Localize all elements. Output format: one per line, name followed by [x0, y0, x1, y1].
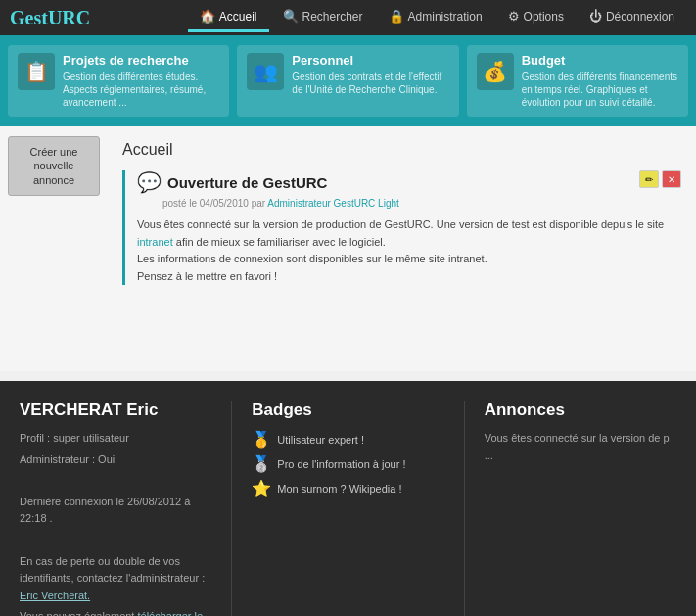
footer-manual-msg: Vous pouvez également télécharger le man…: [20, 608, 211, 616]
panel-icon-budget: 💰: [477, 53, 514, 90]
panel-desc-personnel: Gestion des contrats et de l'effectif de…: [292, 71, 448, 96]
footer-badges-title: Badges: [252, 401, 443, 420]
footer-lost-msg: En cas de perte ou double de vos identif…: [20, 553, 211, 605]
nav-item-administration[interactable]: 🔒Administration: [377, 3, 494, 32]
footer-last-login: Dernière connexion le 26/08/2012 à 22:18…: [20, 494, 211, 528]
badge-medal-1: 🥈: [252, 454, 271, 473]
admin-link[interactable]: Administrateur GestURC Light: [267, 198, 399, 209]
options-icon: ⚙: [508, 9, 520, 24]
footer-user-col: VERCHERAT Eric Profil : super utilisateu…: [20, 401, 211, 616]
panel-projets[interactable]: 📋 Projets de recherche Gestion des diffé…: [8, 45, 229, 117]
badge-label-2: Mon surnom ? Wikipedia !: [277, 483, 401, 495]
panel-content-projets: Projets de recherche Gestion des différe…: [63, 53, 219, 109]
panel-personnel[interactable]: 👥 Personnel Gestion des contrats et de l…: [237, 45, 458, 117]
create-announcement-button[interactable]: Créer une nouvelle annonce: [8, 136, 100, 196]
footer-annonces-col: Annonces Vous êtes connecté sur la versi…: [485, 401, 676, 616]
top-panels: 📋 Projets de recherche Gestion des diffé…: [0, 35, 696, 126]
badge-label-0: Utilisateur expert !: [277, 434, 364, 446]
announcement-title: Ouverture de GestURC: [167, 174, 327, 191]
nav-item-rechercher[interactable]: 🔍Rechercher: [271, 3, 375, 32]
announcement-meta: posté le 04/05/2010 par Administrateur G…: [162, 198, 681, 209]
main-area: Créer une nouvelle annonce Accueil 💬 Ouv…: [0, 126, 696, 371]
panel-title-budget: Budget: [522, 53, 678, 68]
panel-content-budget: Budget Gestion des différents financemen…: [522, 53, 678, 109]
content-area: Accueil 💬 Ouverture de GestURC ✏ ✕ posté…: [108, 126, 696, 371]
footer-admin-link[interactable]: Eric Vercherat.: [20, 590, 90, 601]
header: GestURC 🏠Accueil🔍Rechercher🔒Administrati…: [0, 0, 696, 35]
action-buttons: ✏ ✕: [639, 170, 681, 188]
badge-item-1: 🥈Pro de l'information à jour !: [252, 454, 443, 473]
body-line-4: Pensez à le mettre en favori !: [137, 268, 681, 286]
panel-desc-projets: Gestion des différentes études. Aspects …: [63, 71, 219, 109]
panel-title-projets: Projets de recherche: [63, 53, 219, 68]
footer-username: VERCHERAT Eric: [20, 401, 211, 420]
nav-label-administration: Administration: [408, 10, 483, 24]
administration-icon: 🔒: [389, 9, 404, 24]
badge-medal-0: 🥇: [252, 430, 271, 449]
announcement-title-area: 💬 Ouverture de GestURC: [137, 170, 327, 194]
delete-button[interactable]: ✕: [662, 170, 681, 188]
deconnexion-icon: ⏻: [589, 9, 602, 24]
announcement-body: Vous êtes connecté sur la version de pro…: [137, 216, 681, 285]
announcement-header: 💬 Ouverture de GestURC ✏ ✕: [137, 170, 681, 194]
footer-badges-col: Badges 🥇Utilisateur expert !🥈Pro de l'in…: [252, 401, 443, 616]
nav-label-accueil: Accueil: [219, 10, 257, 24]
badge-item-0: 🥇Utilisateur expert !: [252, 430, 443, 449]
rechercher-icon: 🔍: [283, 9, 299, 24]
panel-desc-budget: Gestion des différents financements en t…: [522, 71, 678, 109]
panel-title-personnel: Personnel: [292, 53, 448, 68]
body-line-3: Les informations de connexion sont dispo…: [137, 251, 681, 268]
app-logo: GestURC: [10, 7, 90, 29]
page-title: Accueil: [122, 141, 681, 159]
footer-annonces-text: Vous êtes connecté sur la version de p .…: [485, 430, 676, 464]
nav-label-deconnexion: Déconnexion: [606, 10, 674, 24]
main-nav: 🏠Accueil🔍Rechercher🔒Administration⚙Optio…: [188, 3, 686, 32]
nav-item-deconnexion[interactable]: ⏻Déconnexion: [578, 3, 686, 32]
footer-admin: Administrateur : Oui: [20, 451, 211, 469]
badges-list: 🥇Utilisateur expert !🥈Pro de l'informati…: [252, 430, 443, 498]
nav-label-rechercher: Rechercher: [302, 10, 363, 24]
badge-label-1: Pro de l'information à jour !: [277, 458, 405, 470]
panel-icon-projets: 📋: [18, 53, 55, 90]
badge-medal-2: ⭐: [252, 479, 271, 498]
speech-icon: 💬: [137, 170, 162, 194]
panel-icon-personnel: 👥: [247, 53, 284, 90]
footer-divider-1: [231, 401, 232, 616]
intranet-link[interactable]: intranet: [137, 236, 173, 248]
footer-annonces-title: Annonces: [485, 401, 676, 420]
panel-content-personnel: Personnel Gestion des contrats et de l'e…: [292, 53, 448, 96]
footer-divider-2: [464, 401, 465, 616]
nav-item-accueil[interactable]: 🏠Accueil: [188, 3, 269, 32]
edit-button[interactable]: ✏: [639, 170, 659, 188]
nav-item-options[interactable]: ⚙Options: [496, 3, 576, 32]
body-line-1: Vous êtes connecté sur la version de pro…: [137, 216, 681, 251]
announcement-meta-text: posté le 04/05/2010 par Administrateur G…: [162, 198, 399, 209]
badge-item-2: ⭐Mon surnom ? Wikipedia !: [252, 479, 443, 498]
panel-budget[interactable]: 💰 Budget Gestion des différents financem…: [467, 45, 688, 117]
announcement: 💬 Ouverture de GestURC ✏ ✕ posté le 04/0…: [122, 170, 681, 285]
accueil-icon: 🏠: [200, 9, 215, 24]
footer-profile: Profil : super utilisateur: [20, 430, 211, 448]
footer: VERCHERAT Eric Profil : super utilisateu…: [0, 381, 696, 616]
sidebar: Créer une nouvelle annonce: [0, 126, 108, 371]
nav-label-options: Options: [524, 10, 564, 24]
